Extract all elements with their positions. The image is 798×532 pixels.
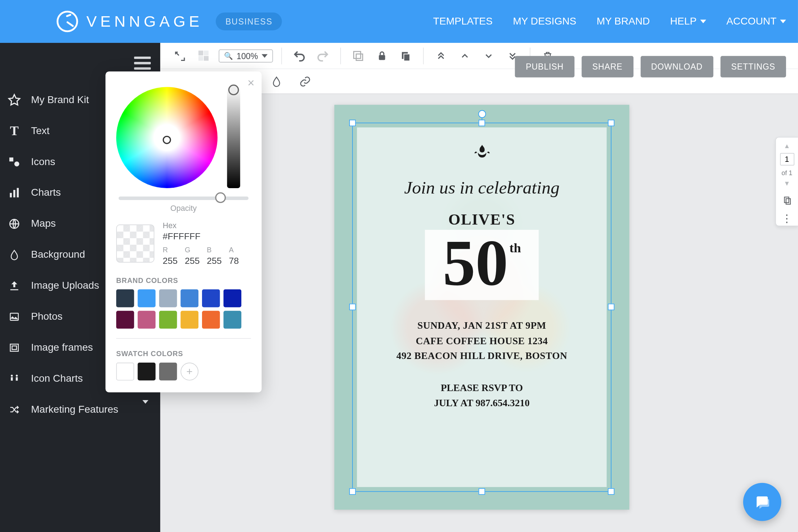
bring-to-front-button[interactable] [432, 47, 450, 65]
undo-button[interactable] [290, 47, 308, 65]
svg-rect-3 [10, 193, 12, 197]
brand-swatch[interactable] [202, 289, 220, 307]
nav-templates[interactable]: TEMPLATES [433, 15, 493, 27]
add-swatch-button[interactable]: + [181, 363, 199, 381]
nav-my-brand[interactable]: MY BRAND [597, 15, 650, 27]
selection-box[interactable] [352, 123, 611, 492]
svg-rect-9 [12, 346, 16, 350]
nav-my-designs[interactable]: MY DESIGNS [513, 15, 576, 27]
lock-button[interactable] [373, 47, 391, 65]
brand-swatch[interactable] [181, 311, 199, 329]
current-page-input[interactable]: 1 [780, 153, 794, 166]
nav-templates-label: TEMPLATES [433, 15, 493, 27]
svg-rect-22 [404, 54, 410, 61]
brand-swatch[interactable] [138, 311, 156, 329]
design-page[interactable]: Join us in celebrating OLIVE'S 50 th SUN… [334, 105, 630, 510]
color-swatch[interactable] [159, 363, 177, 381]
hamburger-icon[interactable] [134, 54, 151, 73]
chat-fab[interactable] [743, 483, 781, 521]
svg-rect-13 [16, 377, 18, 381]
sidebar-label: Icons [31, 156, 55, 168]
svg-rect-11 [11, 377, 13, 381]
brand-colors-label: BRAND COLORS [116, 276, 251, 284]
color-swatch[interactable] [116, 363, 134, 381]
resize-handle-ne[interactable] [608, 120, 614, 126]
a-value[interactable]: 78 [229, 256, 239, 266]
send-backward-button[interactable] [479, 47, 497, 65]
resize-handle-sw[interactable] [349, 488, 356, 495]
nav-account[interactable]: ACCOUNT [727, 15, 786, 27]
resize-handle-n[interactable] [478, 120, 485, 126]
svg-point-12 [16, 375, 18, 377]
chevron-down-icon [142, 404, 149, 416]
nav-account-label: ACCOUNT [727, 15, 777, 27]
r-value[interactable]: 255 [163, 256, 177, 266]
svg-rect-16 [198, 56, 203, 60]
hex-value[interactable]: #FFFFFF [163, 231, 239, 241]
resize-handle-e[interactable] [608, 303, 614, 310]
publish-button[interactable]: PUBLISH [515, 56, 574, 77]
color-picker-panel: × Opacity Hex #FFFFFF R255 G255 B255 A78… [105, 71, 262, 392]
main-nav: TEMPLATES MY DESIGNS MY BRAND HELP ACCOU… [433, 15, 786, 27]
plan-badge[interactable]: BUSINESS [216, 13, 282, 31]
app-header: VENNGAGE BUSINESS TEMPLATES MY DESIGNS M… [0, 0, 798, 43]
brand-swatch[interactable] [181, 289, 199, 307]
resize-handle-se[interactable] [608, 488, 614, 495]
brand-swatch[interactable] [116, 289, 134, 307]
brand-swatch[interactable] [223, 289, 241, 307]
zoom-dropdown[interactable]: 🔍 100% [219, 49, 273, 62]
color-swatch-icon[interactable] [195, 47, 213, 65]
page-navigator: ▲ 1 of 1 ▼ ⋮ [775, 137, 798, 226]
wheel-picker-dot[interactable] [163, 136, 171, 144]
link-icon[interactable] [296, 73, 314, 91]
brand-swatch[interactable] [202, 311, 220, 329]
color-swatch[interactable] [138, 363, 156, 381]
svg-rect-8 [10, 344, 18, 351]
sidebar-label: Image Uploads [31, 280, 99, 292]
resize-handle-w[interactable] [349, 303, 356, 310]
brand-swatch[interactable] [116, 311, 134, 329]
divider [116, 338, 251, 339]
group-button[interactable] [349, 47, 367, 65]
brand-logo[interactable]: VENNGAGE [57, 11, 203, 32]
fill-droplet-icon[interactable] [268, 73, 286, 91]
sidebar-label: Charts [31, 187, 61, 199]
sidebar-item-marketing[interactable]: Marketing Features [0, 394, 160, 425]
resize-handle-s[interactable] [478, 488, 485, 495]
brand-name: VENNGAGE [87, 12, 203, 31]
color-preview-swatch [116, 224, 154, 262]
redo-button[interactable] [314, 47, 332, 65]
copy-page-icon[interactable] [782, 195, 792, 208]
brand-swatch[interactable] [159, 289, 177, 307]
page-up-icon[interactable]: ▲ [784, 142, 790, 150]
share-button[interactable]: SHARE [582, 56, 633, 77]
opacity-slider[interactable] [119, 196, 249, 200]
page-of-label: of 1 [781, 169, 792, 176]
brightness-slider[interactable] [227, 87, 240, 188]
color-wheel[interactable] [116, 87, 218, 188]
svg-rect-1 [9, 158, 13, 161]
snap-icon[interactable] [171, 47, 189, 65]
nav-help[interactable]: HELP [670, 15, 706, 27]
opacity-handle[interactable] [215, 192, 226, 203]
chevron-down-icon [262, 54, 268, 57]
more-icon[interactable]: ⋮ [781, 217, 792, 221]
close-icon[interactable]: × [247, 76, 254, 90]
settings-button[interactable]: SETTINGS [720, 56, 786, 77]
svg-rect-5 [17, 188, 19, 197]
copy-button[interactable] [397, 47, 415, 65]
b-value[interactable]: 255 [207, 256, 222, 266]
brand-swatch[interactable] [138, 289, 156, 307]
rotate-handle[interactable] [478, 110, 486, 118]
brand-swatch[interactable] [159, 311, 177, 329]
page-down-icon[interactable]: ▼ [784, 180, 790, 187]
resize-handle-nw[interactable] [349, 120, 356, 126]
download-button[interactable]: DOWNLOAD [640, 56, 713, 77]
frame-icon [7, 341, 22, 355]
bring-forward-button[interactable] [456, 47, 474, 65]
brand-swatch[interactable] [223, 311, 241, 329]
brightness-handle[interactable] [228, 85, 239, 96]
g-value[interactable]: 255 [185, 256, 200, 266]
sidebar-label: Photos [31, 311, 62, 323]
b-label: B [207, 246, 222, 254]
